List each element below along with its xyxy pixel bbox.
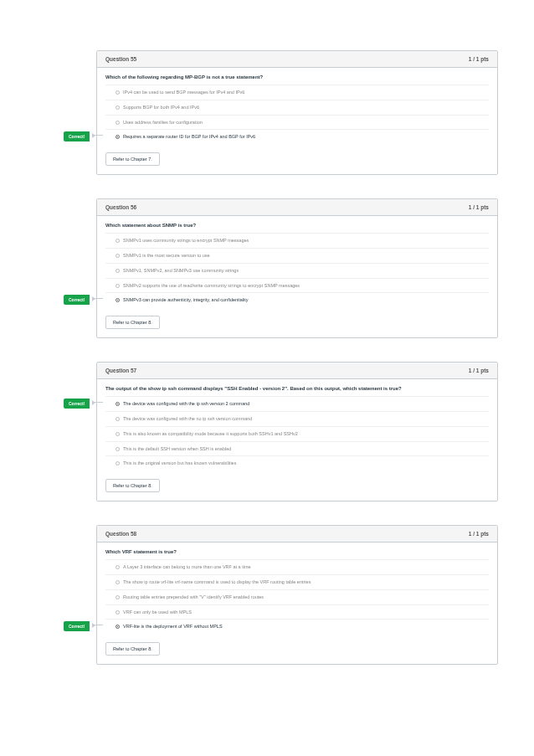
question-prompt: Which VRF statement is true?	[105, 549, 489, 554]
answer-option[interactable]: Correct!Requires a separate router ID fo…	[105, 129, 489, 144]
answer-option[interactable]: The device was configured with the no ip…	[105, 411, 489, 426]
radio-icon	[116, 402, 120, 406]
option-text: SNMPv1 uses community strings to encrypt…	[123, 238, 249, 243]
question-points: 1 / 1 pts	[469, 204, 489, 210]
radio-icon	[116, 135, 120, 139]
option-text: Uses address families for configuration	[123, 120, 203, 125]
answer-option[interactable]: SNMPv1, SNMPv2, and SNMPv3 use community…	[105, 263, 489, 278]
radio-icon	[116, 432, 120, 436]
question-title: Question 58	[105, 531, 136, 537]
answer-option[interactable]: SNMPv1 is the most secure version to use	[105, 248, 489, 263]
question-prompt: The output of the show ip ssh command di…	[105, 386, 489, 391]
answer-option[interactable]: This is the default SSH version when SSH…	[105, 441, 489, 456]
option-text: IPv4 can be used to send BGP messages fo…	[123, 90, 244, 95]
answer-option[interactable]: Correct!VRF-lite is the deployment of VR…	[105, 619, 489, 634]
arrow-icon	[92, 295, 104, 296]
option-text: Requires a separate router ID for BGP fo…	[123, 134, 255, 139]
question-card: Question 581 / 1 ptsWhich VRF statement …	[96, 525, 498, 665]
option-text: SNMPv1, SNMPv2, and SNMPv3 use community…	[123, 268, 239, 273]
answer-option[interactable]: Supports BGP for both IPv4 and IPv6	[105, 100, 489, 115]
question-header: Question 581 / 1 pts	[97, 526, 497, 543]
correct-badge: Correct!	[64, 295, 90, 305]
question-card: Question 571 / 1 ptsThe output of the sh…	[96, 362, 498, 501]
answer-option[interactable]: SNMPv2 supports the use of read/write co…	[105, 278, 489, 293]
answer-option[interactable]: Correct!SNMPv3 can provide authenticity,…	[105, 292, 489, 307]
radio-icon	[116, 595, 120, 599]
option-text: This is also known as compatibility mode…	[123, 431, 298, 436]
radio-icon	[116, 254, 120, 258]
radio-icon	[116, 298, 120, 302]
answer-option[interactable]: A Layer 3 interface can belong to more t…	[105, 559, 489, 574]
refer-box: Refer to Chapter 8.	[105, 642, 160, 656]
radio-icon	[116, 580, 120, 584]
option-text: This is the original version but has kno…	[123, 460, 236, 465]
question-points: 1 / 1 pts	[469, 56, 489, 62]
option-text: This is the default SSH version when SSH…	[123, 446, 231, 451]
answer-option[interactable]: Uses address families for configuration	[105, 115, 489, 130]
option-text: Supports BGP for both IPv4 and IPv6	[123, 105, 199, 110]
answer-option[interactable]: The show ip route vrf-lite vrf-name comm…	[105, 574, 489, 589]
correct-badge: Correct!	[64, 621, 90, 631]
option-text: Routing table entries prepended with "V"…	[123, 594, 264, 599]
radio-icon	[116, 461, 120, 465]
answer-option[interactable]: SNMPv1 uses community strings to encrypt…	[105, 233, 489, 248]
question-body: Which of the following regarding MP-BGP …	[97, 68, 497, 174]
question-prompt: Which statement about SNMP is true?	[105, 223, 489, 228]
radio-icon	[116, 269, 120, 273]
question-title: Question 57	[105, 368, 136, 373]
option-text: VRF can only be used with MPLS	[123, 609, 192, 615]
radio-icon	[116, 417, 120, 421]
question-title: Question 55	[105, 56, 136, 62]
question-title: Question 56	[105, 204, 136, 210]
answer-option[interactable]: This is also known as compatibility mode…	[105, 426, 489, 441]
question-header: Question 571 / 1 pts	[97, 363, 497, 379]
option-text: SNMPv1 is the most secure version to use	[123, 253, 210, 258]
radio-icon	[116, 90, 120, 95]
question-card: Question 561 / 1 ptsWhich statement abou…	[96, 198, 498, 338]
answer-option[interactable]: VRF can only be used with MPLS	[105, 604, 489, 620]
answer-option[interactable]: IPv4 can be used to send BGP messages fo…	[105, 85, 489, 100]
refer-box: Refer to Chapter 7.	[105, 152, 160, 166]
question-body: The output of the show ip ssh command di…	[97, 379, 497, 501]
question-card: Question 551 / 1 ptsWhich of the followi…	[96, 50, 498, 175]
question-body: Which statement about SNMP is true?SNMPv…	[97, 216, 497, 337]
radio-icon	[116, 625, 120, 629]
radio-icon	[116, 239, 120, 243]
option-text: The device was configured with the ip ss…	[123, 401, 249, 406]
question-header: Question 551 / 1 pts	[97, 51, 497, 68]
question-body: Which VRF statement is true?A Layer 3 in…	[97, 543, 497, 664]
answer-option[interactable]: Routing table entries prepended with "V"…	[105, 589, 489, 604]
radio-icon	[116, 284, 120, 288]
arrow-icon	[92, 399, 104, 399]
refer-box: Refer to Chapter 8.	[105, 316, 160, 329]
radio-icon	[116, 105, 120, 110]
arrow-icon	[92, 131, 104, 132]
option-text: A Layer 3 interface can belong to more t…	[123, 564, 251, 569]
radio-icon	[116, 610, 120, 615]
option-text: SNMPv2 supports the use of read/write co…	[123, 283, 300, 288]
correct-badge: Correct!	[64, 131, 90, 141]
radio-icon	[116, 121, 120, 125]
option-text: VRF-lite is the deployment of VRF withou…	[123, 624, 223, 629]
option-text: The show ip route vrf-lite vrf-name comm…	[123, 579, 311, 584]
radio-icon	[116, 565, 120, 569]
correct-badge: Correct!	[64, 399, 90, 409]
question-points: 1 / 1 pts	[469, 531, 489, 537]
arrow-icon	[92, 621, 104, 622]
question-prompt: Which of the following regarding MP-BGP …	[105, 75, 489, 80]
refer-box: Refer to Chapter 8.	[105, 479, 160, 492]
answer-option[interactable]: This is the original version but has kno…	[105, 455, 489, 471]
option-text: SNMPv3 can provide authenticity, integri…	[123, 297, 249, 302]
question-header: Question 561 / 1 pts	[97, 199, 497, 216]
question-points: 1 / 1 pts	[469, 368, 489, 373]
option-text: The device was configured with the no ip…	[123, 416, 252, 421]
answer-option[interactable]: Correct!The device was configured with t…	[105, 396, 489, 411]
radio-icon	[116, 447, 120, 451]
